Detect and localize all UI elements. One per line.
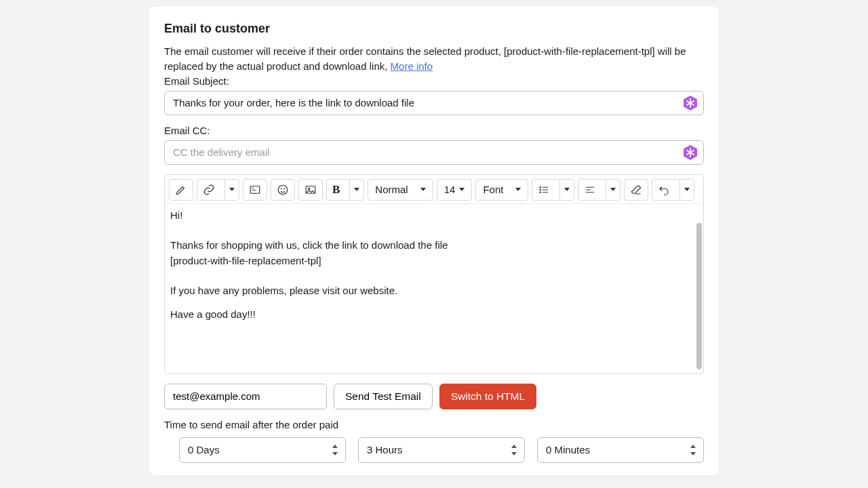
more-info-link[interactable]: More info [391, 60, 433, 72]
image-icon [304, 184, 317, 196]
svg-point-13 [284, 188, 285, 189]
chevron-down-icon [459, 188, 465, 191]
font-family-select[interactable]: Font [475, 179, 528, 201]
undo-button-group[interactable] [652, 179, 694, 201]
body-line: Hi! [170, 208, 694, 224]
test-email-row: Send Test Email Switch to HTML [164, 384, 704, 409]
email-settings-card: Email to customer The email customer wil… [149, 7, 719, 475]
scrollbar[interactable] [696, 223, 702, 369]
eraser-icon [630, 184, 642, 196]
image-button[interactable] [298, 179, 323, 201]
delay-label: Time to send email after the order paid [164, 419, 704, 430]
link-button-group[interactable] [197, 179, 239, 201]
svg-point-16 [540, 186, 541, 188]
placeholder-icon [249, 184, 261, 196]
body-line: Thanks for shopping with us, click the l… [170, 238, 694, 253]
svg-point-18 [540, 192, 541, 193]
clear-format-button[interactable] [624, 179, 648, 201]
font-size-value: 14 [444, 184, 456, 195]
chevron-down-icon [515, 188, 521, 191]
stepper-icon [511, 445, 517, 455]
ai-assist-icon[interactable] [682, 95, 698, 111]
switch-html-button[interactable]: Switch to HTML [439, 384, 536, 409]
chevron-down-icon [564, 188, 570, 191]
rich-text-editor: B Normal 14 Font [164, 174, 704, 374]
body-line: [product-with-file-replacement-tpl] [170, 253, 694, 269]
link-icon [203, 184, 215, 196]
chevron-down-icon [229, 188, 235, 191]
subject-input[interactable] [164, 91, 704, 115]
card-title: Email to customer [164, 22, 704, 36]
editor-toolbar: B Normal 14 Font [165, 175, 703, 204]
delay-hours-select[interactable]: 3 Hours [358, 437, 525, 463]
editor-textarea[interactable]: Hi! Thanks for shopping with us, click t… [165, 204, 703, 373]
stepper-icon [690, 445, 696, 455]
template-button[interactable] [243, 179, 267, 201]
chevron-down-icon [354, 188, 359, 191]
delay-minutes-value: 0 Minutes [546, 444, 590, 455]
send-test-button[interactable]: Send Test Email [334, 384, 433, 409]
paragraph-style-value: Normal [375, 184, 408, 195]
test-email-input[interactable] [164, 384, 327, 409]
subject-input-wrap [164, 91, 704, 115]
list-icon [538, 184, 550, 196]
list-button-group[interactable] [532, 179, 574, 201]
delay-hours-value: 3 Hours [367, 444, 403, 455]
chevron-down-icon [420, 188, 426, 191]
delay-days-value: 0 Days [188, 444, 220, 455]
cc-input[interactable] [164, 140, 704, 165]
font-family-value: Font [483, 184, 503, 195]
align-button-group[interactable] [578, 179, 620, 201]
pen-icon [175, 184, 187, 196]
font-size-select[interactable]: 14 [437, 179, 473, 201]
svg-point-12 [281, 188, 281, 189]
stepper-icon [332, 445, 338, 455]
chevron-down-icon [610, 188, 616, 191]
delay-days-select[interactable]: 0 Days [179, 437, 346, 463]
bold-button-group[interactable]: B [326, 179, 364, 201]
delay-minutes-select[interactable]: 0 Minutes [537, 437, 704, 463]
highlight-button[interactable] [169, 179, 193, 201]
subject-label: Email Subject: [164, 75, 704, 87]
align-left-icon [584, 184, 596, 196]
cc-input-wrap [164, 140, 704, 165]
ai-assist-icon[interactable] [682, 144, 698, 161]
card-description: The email customer will receive if their… [164, 44, 704, 74]
undo-icon [658, 184, 670, 196]
cc-label: Email CC: [164, 125, 704, 136]
scrollbar-thumb[interactable] [696, 223, 702, 369]
svg-point-11 [278, 185, 288, 195]
body-line: If you have any problems, please visit o… [170, 283, 694, 299]
chevron-down-icon [684, 188, 690, 191]
bold-icon: B [332, 183, 340, 197]
delay-row: 0 Days 3 Hours 0 Minutes [164, 437, 704, 463]
svg-rect-8 [250, 186, 260, 193]
svg-point-15 [309, 188, 310, 189]
body-line: Have a good day!!! [170, 307, 694, 323]
svg-point-17 [540, 189, 541, 190]
paragraph-style-select[interactable]: Normal [368, 179, 433, 201]
smile-icon [277, 184, 289, 196]
emoji-button[interactable] [271, 179, 295, 201]
